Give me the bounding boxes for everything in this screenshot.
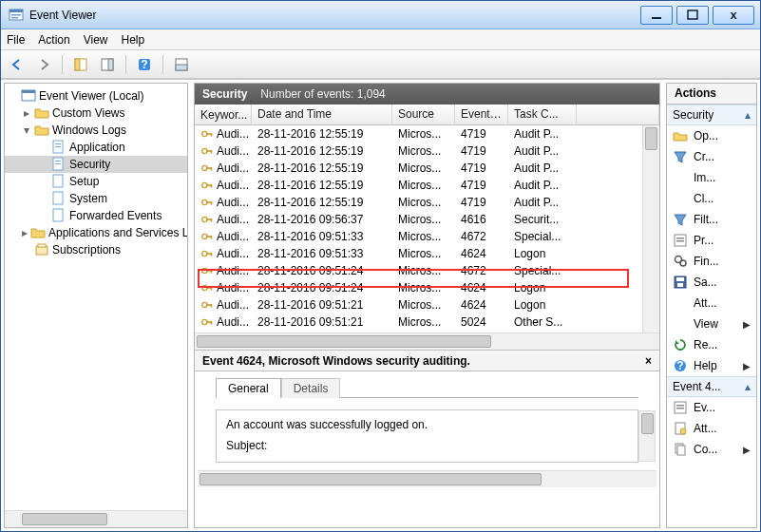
- table-row[interactable]: Audi...28-11-2016 09:51:21Micros...5024O…: [195, 314, 659, 331]
- table-row[interactable]: Audi...28-11-2016 12:55:19Micros...4719A…: [195, 142, 659, 160]
- menu-action[interactable]: Action: [38, 33, 69, 47]
- scrollbar-thumb[interactable]: [197, 335, 491, 348]
- action-item[interactable]: Cl...: [667, 188, 756, 209]
- scrollbar-thumb[interactable]: [22, 513, 107, 525]
- forward-button[interactable]: [33, 54, 54, 75]
- svg-rect-26: [38, 244, 46, 247]
- tree-forwarded[interactable]: Forwarded Events: [5, 207, 187, 224]
- menu-file[interactable]: File: [7, 33, 25, 47]
- tree-apps-services[interactable]: ▸ Applications and Services Lo: [5, 224, 187, 241]
- cell-eventid: 4672: [455, 230, 508, 243]
- close-button[interactable]: x: [713, 6, 754, 25]
- action-item[interactable]: Filt...: [667, 209, 756, 230]
- scrollbar-thumb[interactable]: [200, 473, 542, 485]
- event-grid: Keywor... Date and Time Source Event ID …: [195, 104, 659, 351]
- tree[interactable]: Event Viewer (Local) ▸ Custom Views ▾ Wi…: [5, 84, 187, 510]
- grid-v-scrollbar[interactable]: [642, 125, 659, 332]
- svg-rect-65: [676, 240, 684, 242]
- actions-section-security[interactable]: Security ▴: [667, 104, 756, 125]
- action-label: Fin...: [694, 255, 719, 268]
- chevron-down-icon[interactable]: ▾: [22, 124, 31, 137]
- tree-system[interactable]: System: [5, 190, 187, 207]
- grid-body[interactable]: Audi...28-11-2016 12:55:19Micros...4719A…: [195, 125, 659, 332]
- svg-text:?: ?: [676, 359, 683, 372]
- svg-rect-41: [211, 201, 213, 205]
- menu-help[interactable]: Help: [122, 33, 145, 47]
- action-item[interactable]: Att...: [667, 293, 756, 314]
- cell-keywords: Audi...: [195, 298, 252, 312]
- table-row[interactable]: Audi...28-11-2016 09:51:33Micros...4624L…: [195, 245, 659, 262]
- cell-datetime: 28-11-2016 09:51:33: [252, 247, 392, 260]
- help-button[interactable]: ?: [134, 54, 155, 75]
- action-item[interactable]: Fin...: [667, 251, 756, 272]
- tree-custom-views[interactable]: ▸ Custom Views: [5, 104, 187, 122]
- action-item[interactable]: Att...: [667, 418, 756, 439]
- tab-general[interactable]: General: [216, 378, 281, 398]
- col-datetime[interactable]: Date and Time: [252, 104, 392, 124]
- tree-root[interactable]: Event Viewer (Local): [5, 87, 187, 104]
- table-row[interactable]: Audi...28-11-2016 12:55:19Micros...4719A…: [195, 177, 659, 194]
- table-row[interactable]: Audi...28-11-2016 09:51:24Micros...4672S…: [195, 262, 659, 279]
- back-button[interactable]: [7, 54, 28, 75]
- show-hide-actions-button[interactable]: [97, 54, 118, 75]
- action-item[interactable]: View▶: [667, 314, 756, 334]
- menu-view[interactable]: View: [84, 33, 108, 47]
- col-task[interactable]: Task C...: [508, 104, 577, 124]
- action-item[interactable]: Cr...: [667, 146, 756, 167]
- events-header-count: Number of events: 1,094: [260, 87, 385, 101]
- show-hide-tree-button[interactable]: [70, 54, 91, 75]
- scrollbar-thumb[interactable]: [641, 413, 654, 434]
- tree-h-scrollbar[interactable]: [5, 510, 187, 527]
- action-item[interactable]: Im...: [667, 167, 756, 188]
- svg-rect-70: [677, 283, 683, 287]
- blank-icon: [673, 191, 688, 206]
- titlebar[interactable]: Event Viewer x: [1, 1, 760, 29]
- col-keywords[interactable]: Keywor...: [195, 104, 252, 124]
- col-source[interactable]: Source: [392, 104, 455, 124]
- actions-section-event[interactable]: Event 4... ▴: [667, 376, 756, 397]
- tab-details[interactable]: Details: [281, 378, 341, 398]
- tree-subscriptions[interactable]: Subscriptions: [5, 241, 187, 258]
- blank-icon: [673, 316, 688, 332]
- preview-button[interactable]: [171, 54, 192, 75]
- scrollbar-thumb[interactable]: [645, 127, 657, 150]
- minimize-button[interactable]: [640, 6, 673, 25]
- table-row[interactable]: Audi...28-11-2016 09:51:33Micros...4672S…: [195, 228, 659, 245]
- action-item[interactable]: ?Help▶: [667, 355, 756, 376]
- grid-h-scrollbar[interactable]: [195, 332, 659, 350]
- grid-header[interactable]: Keywor... Date and Time Source Event ID …: [195, 104, 659, 125]
- action-item[interactable]: Sa...: [667, 272, 756, 293]
- chevron-right-icon[interactable]: ▸: [22, 226, 28, 239]
- action-label: Ev...: [694, 401, 715, 414]
- detail-h-scrollbar[interactable]: [198, 470, 656, 487]
- cell-task: Special...: [508, 264, 577, 277]
- close-icon[interactable]: ×: [645, 354, 652, 368]
- tree-windows-logs[interactable]: ▾ Windows Logs: [5, 122, 187, 139]
- chevron-up-icon[interactable]: ▴: [745, 380, 751, 393]
- table-row[interactable]: Audi...28-11-2016 09:51:24Micros...4624L…: [195, 279, 659, 296]
- cell-source: Micros...: [392, 247, 455, 260]
- maximize-button[interactable]: [676, 6, 709, 25]
- cell-datetime: 28-11-2016 12:55:19: [252, 127, 392, 141]
- chevron-up-icon[interactable]: ▴: [745, 108, 751, 122]
- detail-text-box[interactable]: An account was successfully logged on. S…: [216, 409, 638, 463]
- table-row[interactable]: Audi...28-11-2016 12:55:19Micros...4719A…: [195, 160, 659, 177]
- action-item[interactable]: Ev...: [667, 397, 756, 418]
- tree-application[interactable]: Application: [5, 139, 187, 156]
- col-eventid[interactable]: Event ID: [455, 104, 508, 124]
- table-row[interactable]: Audi...28-11-2016 12:55:19Micros...4719A…: [195, 194, 659, 211]
- table-row[interactable]: Audi...28-11-2016 12:55:19Micros...4719A…: [195, 125, 659, 142]
- tree-setup[interactable]: Setup: [5, 173, 187, 190]
- detail-v-scrollbar[interactable]: [638, 410, 656, 462]
- tree-root-label: Event Viewer (Local): [39, 89, 144, 103]
- action-item[interactable]: Op...: [667, 125, 756, 146]
- chevron-right-icon[interactable]: ▸: [22, 106, 31, 120]
- action-item[interactable]: Re...: [667, 334, 756, 355]
- action-label: Help: [694, 359, 717, 372]
- key-icon: [200, 144, 214, 158]
- table-row[interactable]: Audi...28-11-2016 09:56:37Micros...4616S…: [195, 211, 659, 228]
- table-row[interactable]: Audi...28-11-2016 09:51:21Micros...4624L…: [195, 296, 659, 314]
- tree-security[interactable]: Security: [5, 156, 187, 173]
- action-item[interactable]: Pr...: [667, 230, 756, 251]
- action-item[interactable]: Co...▶: [667, 439, 756, 460]
